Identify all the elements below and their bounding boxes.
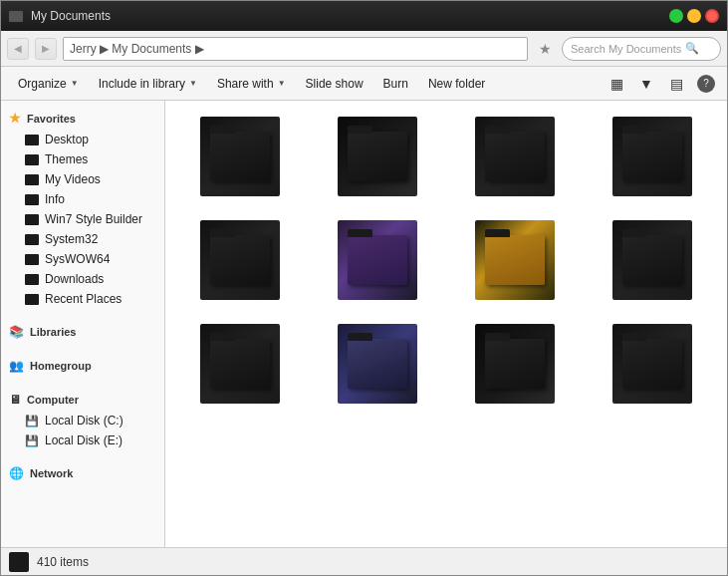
view-large-button[interactable]: ▦ xyxy=(604,71,629,97)
file-thumbnail xyxy=(475,324,555,404)
include-label: Include in library xyxy=(99,77,185,91)
homegroup-icon: 👥 xyxy=(9,359,24,373)
sidebar-item-desktop[interactable]: Desktop xyxy=(1,130,164,149)
sidebar-item-themes[interactable]: Themes xyxy=(1,149,164,169)
sidebar-item-locale[interactable]: 💾 Local Disk (E:) xyxy=(1,431,164,450)
list-item[interactable] xyxy=(448,109,582,208)
file-thumbnail xyxy=(612,220,692,300)
favorites-section: ★ Favorites Desktop Themes My Videos xyxy=(1,101,164,315)
window-controls xyxy=(669,9,719,23)
localc-icon: 💾 xyxy=(25,415,39,428)
window: My Documents ◀ ▶ Jerry ▶ My Documents ▶ … xyxy=(0,0,728,576)
file-thumbnail xyxy=(475,117,555,196)
homegroup-section: 👥 Homegroup xyxy=(1,349,164,383)
minimize-button[interactable] xyxy=(687,9,701,23)
list-item[interactable] xyxy=(311,316,444,416)
include-library-button[interactable]: Include in library ▼ xyxy=(90,71,206,97)
file-thumbnail xyxy=(612,324,692,404)
computer-header[interactable]: 🖥 Computer xyxy=(1,389,164,411)
list-item[interactable] xyxy=(448,316,582,416)
locale-icon: 💾 xyxy=(25,434,39,447)
file-thumbnail xyxy=(612,117,692,196)
sidebar-item-win7[interactable]: Win7 Style Builder xyxy=(1,209,164,229)
network-label: Network xyxy=(30,467,73,479)
burn-label: Burn xyxy=(383,77,408,91)
list-item[interactable] xyxy=(586,109,719,208)
win7-label: Win7 Style Builder xyxy=(45,212,142,226)
forward-icon: ▶ xyxy=(42,43,50,54)
share-with-button[interactable]: Share with ▼ xyxy=(208,71,295,97)
slideshow-label: Slide show xyxy=(306,77,364,91)
address-path: Jerry ▶ My Documents ▶ xyxy=(70,42,204,56)
view-icon2: ▤ xyxy=(670,76,683,92)
themes-label: Themes xyxy=(45,152,88,166)
info-label: Info xyxy=(45,192,65,206)
file-thumbnail xyxy=(200,117,280,196)
myvideos-folder-icon xyxy=(25,174,39,185)
libraries-icon: 📚 xyxy=(9,325,24,339)
burn-button[interactable]: Burn xyxy=(374,71,417,97)
title-bar: My Documents xyxy=(1,1,727,31)
localc-label: Local Disk (C:) xyxy=(45,414,123,428)
file-grid xyxy=(165,101,727,424)
sidebar-item-myvideos[interactable]: My Videos xyxy=(1,169,164,189)
share-label: Share with xyxy=(217,77,274,91)
recentplaces-folder-icon xyxy=(25,294,39,305)
sidebar-item-recentplaces[interactable]: Recent Places xyxy=(1,289,164,309)
sidebar-item-localc[interactable]: 💾 Local Disk (C:) xyxy=(1,411,164,431)
file-area xyxy=(165,101,727,547)
file-thumbnail xyxy=(200,220,280,300)
favorites-header[interactable]: ★ Favorites xyxy=(1,107,164,130)
desktop-label: Desktop xyxy=(45,133,89,146)
help-icon: ? xyxy=(697,75,715,93)
recentplaces-label: Recent Places xyxy=(45,292,121,306)
status-bar: 410 items xyxy=(1,547,727,575)
file-thumbnail xyxy=(338,324,417,404)
list-item[interactable] xyxy=(586,316,719,416)
help-button[interactable]: ? xyxy=(693,71,719,97)
list-item[interactable] xyxy=(173,316,307,416)
status-thumbnail xyxy=(9,552,29,572)
network-header[interactable]: 🌐 Network xyxy=(1,462,164,484)
address-input[interactable]: Jerry ▶ My Documents ▶ xyxy=(63,37,528,61)
title-bar-left: My Documents xyxy=(9,9,111,23)
address-bar: ◀ ▶ Jerry ▶ My Documents ▶ ★ Search My D… xyxy=(1,31,727,67)
system32-label: System32 xyxy=(45,232,98,246)
themes-folder-icon xyxy=(25,154,39,165)
sidebar-item-system32[interactable]: System32 xyxy=(1,229,164,249)
sidebar-item-downloads[interactable]: Downloads xyxy=(1,269,164,289)
network-icon: 🌐 xyxy=(9,466,24,480)
list-item[interactable] xyxy=(173,109,307,208)
view-details-button[interactable]: ▤ xyxy=(663,71,689,97)
view-arrow-button[interactable]: ▼ xyxy=(633,71,659,97)
sidebar-item-info[interactable]: Info xyxy=(1,189,164,209)
organize-button[interactable]: Organize ▼ xyxy=(9,71,88,97)
list-item[interactable] xyxy=(311,212,444,312)
back-icon: ◀ xyxy=(14,43,22,54)
search-box[interactable]: Search My Documents 🔍 xyxy=(562,37,721,61)
star-icon: ★ xyxy=(539,41,552,57)
favorites-star-icon: ★ xyxy=(9,111,21,126)
list-item[interactable] xyxy=(586,212,719,312)
favorites-label: Favorites xyxy=(27,113,76,125)
maximize-button[interactable] xyxy=(669,9,683,23)
sidebar-item-syswow64[interactable]: SysWOW64 xyxy=(1,249,164,269)
favorite-star[interactable]: ★ xyxy=(534,38,556,60)
info-folder-icon xyxy=(25,194,39,205)
slideshow-button[interactable]: Slide show xyxy=(297,71,372,97)
syswow64-folder-icon xyxy=(25,254,39,265)
back-button[interactable]: ◀ xyxy=(7,38,29,60)
homegroup-header[interactable]: 👥 Homegroup xyxy=(1,355,164,377)
list-item[interactable] xyxy=(173,212,307,312)
list-item[interactable] xyxy=(448,212,582,312)
homegroup-label: Homegroup xyxy=(30,360,92,372)
libraries-header[interactable]: 📚 Libraries xyxy=(1,321,164,343)
view-icon1: ▦ xyxy=(610,76,623,92)
computer-icon: 🖥 xyxy=(9,393,21,407)
forward-button[interactable]: ▶ xyxy=(35,38,57,60)
new-folder-button[interactable]: New folder xyxy=(419,71,494,97)
desktop-folder-icon xyxy=(25,135,39,145)
list-item[interactable] xyxy=(311,109,444,208)
computer-section: 🖥 Computer 💾 Local Disk (C:) 💾 Local Dis… xyxy=(1,383,164,456)
close-button[interactable] xyxy=(705,9,719,23)
